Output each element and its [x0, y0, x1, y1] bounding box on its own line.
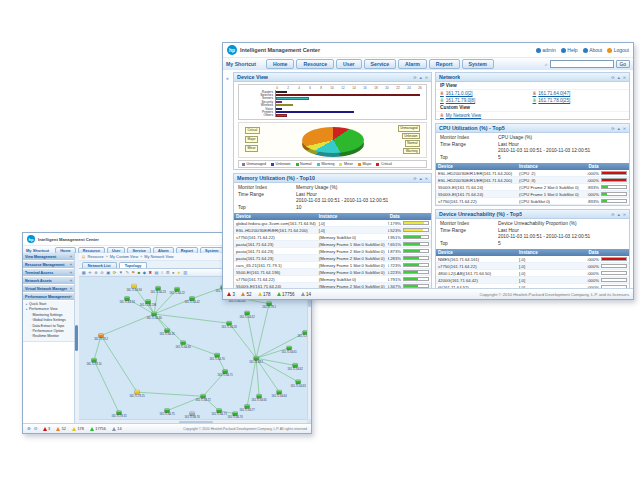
- device-node[interactable]: 161.71.64.196: [140, 300, 157, 308]
- alarm-count[interactable]: 178: [72, 427, 84, 431]
- search-icon[interactable]: ★: [177, 270, 181, 275]
- zoom-in-icon[interactable]: ⊕: [27, 426, 31, 431]
- device-node[interactable]: 161.71.78.31: [111, 411, 127, 419]
- collapse-column-button[interactable]: «: [225, 72, 230, 288]
- refresh-icon[interactable]: ⟳: [413, 176, 416, 181]
- alarm-count[interactable]: 14: [301, 292, 312, 297]
- table-row[interactable]: 4200G(161.71.64.42)[-0]0.000%: [436, 277, 629, 284]
- crumb-my-custom-view[interactable]: My Custom View: [110, 255, 138, 259]
- device-node[interactable]: 161.71.64.75: [159, 409, 175, 417]
- my-shortcut-button[interactable]: My Shortcut: [226, 61, 264, 67]
- add-link-icon[interactable]: ◆: [143, 270, 146, 275]
- collapse-icon[interactable]: ▲: [419, 75, 423, 80]
- zoom-out-icon[interactable]: ⊖: [34, 426, 38, 431]
- export-icon[interactable]: ⊞: [166, 270, 170, 275]
- save-icon[interactable]: ▼: [119, 270, 123, 275]
- zoom-in-icon[interactable]: ⊕: [94, 270, 98, 275]
- device-node[interactable]: 161.71.64.42: [184, 297, 200, 305]
- flag-icon[interactable]: ⚑: [132, 270, 136, 275]
- crumb-my-network-view[interactable]: My Network View: [144, 255, 173, 259]
- refresh-icon[interactable]: ⟳: [113, 270, 117, 275]
- device-node[interactable]: 161.71.64.1: [249, 356, 263, 364]
- logout-link[interactable]: Logout: [607, 47, 629, 53]
- device-node[interactable]: 161.71.64.35: [159, 328, 175, 336]
- sidebar-section-terminal-access[interactable]: Terminal Access«: [23, 269, 74, 277]
- alarm-count[interactable]: 3: [227, 292, 235, 297]
- alarm-count[interactable]: 52: [241, 292, 252, 297]
- help-link[interactable]: Help: [561, 47, 578, 53]
- table-row[interactable]: 5500-EI(161.71.64.196)(Memory Frame 0 Sl…: [234, 269, 431, 276]
- delete-icon[interactable]: ✖: [149, 270, 153, 275]
- device-node[interactable]: 161.71.64.61: [281, 346, 297, 354]
- table-row[interactable]: pasta(161.71.64.23)(Memory Frame 1 Slot …: [234, 241, 431, 248]
- device-node[interactable]: 161.71.64.77: [239, 404, 255, 412]
- view-link-161-71-79-0-8[interactable]: ※161.71.79.0[8]: [440, 97, 533, 104]
- table-row[interactable]: s7750(161.71.64.22)(Memory SubSlot 0)68.…: [234, 234, 431, 241]
- alarm-count[interactable]: 3: [43, 427, 51, 431]
- collapse-icon[interactable]: ▲: [419, 176, 423, 181]
- search-input[interactable]: [550, 60, 614, 68]
- crumb-resource[interactable]: Resource: [87, 255, 103, 259]
- device-node[interactable]: 161.71.64.73: [211, 409, 227, 417]
- device-node[interactable]: 161.71.64.64: [271, 390, 287, 398]
- alarm-count[interactable]: 14: [112, 427, 122, 431]
- table-row[interactable]: 4800 L2(LAB)(161.71.64.50)[-0]0.000%: [436, 270, 629, 277]
- alarm-count[interactable]: 52: [56, 427, 66, 431]
- tab-report[interactable]: Report: [429, 59, 460, 69]
- settings-icon[interactable]: ●: [172, 270, 175, 275]
- view-link-161-71-64-0-47[interactable]: ※161.71.64.0[47]: [533, 90, 626, 97]
- device-node[interactable]: 161.71.64.72: [195, 394, 211, 402]
- device-node[interactable]: 161.71.64.65: [251, 394, 267, 402]
- refresh-icon[interactable]: ⟳: [611, 212, 614, 217]
- close-icon[interactable]: ✕: [425, 176, 428, 181]
- device-node[interactable]: 161.71.64.52: [239, 311, 255, 319]
- table-row[interactable]: pasta(161.71.64.23)(Memory Frame 2 Slot …: [234, 255, 431, 262]
- view-link-161-71-78-0-25[interactable]: ※161.71.78.0[25]: [533, 97, 626, 104]
- layout-icon[interactable]: ▤: [155, 270, 159, 275]
- close-icon[interactable]: ✕: [623, 126, 626, 131]
- collapse-icon[interactable]: ▲: [617, 212, 621, 217]
- admin-link[interactable]: admin: [536, 47, 556, 53]
- tab-alarm[interactable]: Alarm: [398, 59, 427, 69]
- sidebar-section-resource-management[interactable]: Resource Management«: [23, 261, 74, 269]
- sidebar-section-view-management[interactable]: View Management«: [23, 253, 74, 261]
- table-row[interactable]: s7750(161.71.64.22)[-0]0.000%: [436, 263, 629, 270]
- close-icon[interactable]: ✕: [623, 212, 626, 217]
- refresh-icon[interactable]: ⟳: [413, 75, 416, 80]
- table-row[interactable]: s7750(161.71.64.22)(Memory SubSlot 0)56.…: [234, 276, 431, 283]
- filter-icon[interactable]: ▥: [183, 270, 187, 275]
- table-row[interactable]: ESL-HD200/30E/R1/ER(161.71.64.200)(CPU ;…: [436, 177, 629, 184]
- tab-user[interactable]: User: [336, 59, 362, 69]
- close-icon[interactable]: ✕: [623, 75, 626, 80]
- add-node-icon[interactable]: ■: [138, 270, 141, 275]
- tab-system[interactable]: System: [462, 59, 494, 69]
- device-node[interactable]: 161.71.64.70: [209, 353, 225, 361]
- alarm-count[interactable]: 178: [258, 292, 271, 297]
- table-row[interactable]: 5500G-EI(161.71.64.24)(CPU Frame 1 Slot …: [436, 191, 629, 198]
- sidebar-item-realtime-monitor[interactable]: ·Realtime Monitor: [23, 334, 74, 339]
- table-row[interactable]: cars_65.21(161.71.79.1)(Memory Frame 1 S…: [234, 262, 431, 269]
- sidebar-section-network-assets[interactable]: Network Assets«: [23, 277, 74, 285]
- view-link-161-71-0-0-2[interactable]: ※161.71.0.0[2]: [440, 90, 533, 97]
- table-row[interactable]: ESL-HD200/30E/R/ER(161.71.64.200)[-0]80.…: [234, 227, 431, 234]
- fit-view-icon[interactable]: ▣: [106, 270, 110, 275]
- view-tab-network-list[interactable]: Network List: [82, 262, 117, 268]
- device-node[interactable]: 161.71.78.10: [86, 358, 102, 366]
- zoom-out-icon[interactable]: ⊖: [100, 270, 104, 275]
- tab-home[interactable]: Home: [266, 59, 294, 69]
- device-node[interactable]: 161.71.64.63: [290, 380, 306, 388]
- table-row[interactable]: pasta(161.71.64.23)(Memory Frame 2 Slot …: [234, 248, 431, 255]
- collapse-icon[interactable]: ▲: [617, 75, 621, 80]
- device-node[interactable]: 161.71.64.71: [217, 370, 233, 378]
- alarm-count[interactable]: 17756: [90, 427, 106, 431]
- select-tool-icon[interactable]: ▦: [82, 270, 86, 275]
- legend-icon[interactable]: ≡: [161, 270, 163, 275]
- table-row[interactable]: 5500G-EI(161.71.64.24)(CPU Frame 2 Slot …: [436, 184, 629, 191]
- device-node[interactable]: 161.71.64.23: [150, 286, 166, 294]
- alarm-count[interactable]: 17756: [277, 292, 295, 297]
- refresh-icon[interactable]: ⟳: [611, 126, 614, 131]
- tab-resource[interactable]: Resource: [296, 59, 334, 69]
- tab-service[interactable]: Service: [364, 59, 396, 69]
- device-node[interactable]: 161.71.64.22: [169, 287, 185, 295]
- device-node[interactable]: 161.71.78.2: [94, 334, 108, 342]
